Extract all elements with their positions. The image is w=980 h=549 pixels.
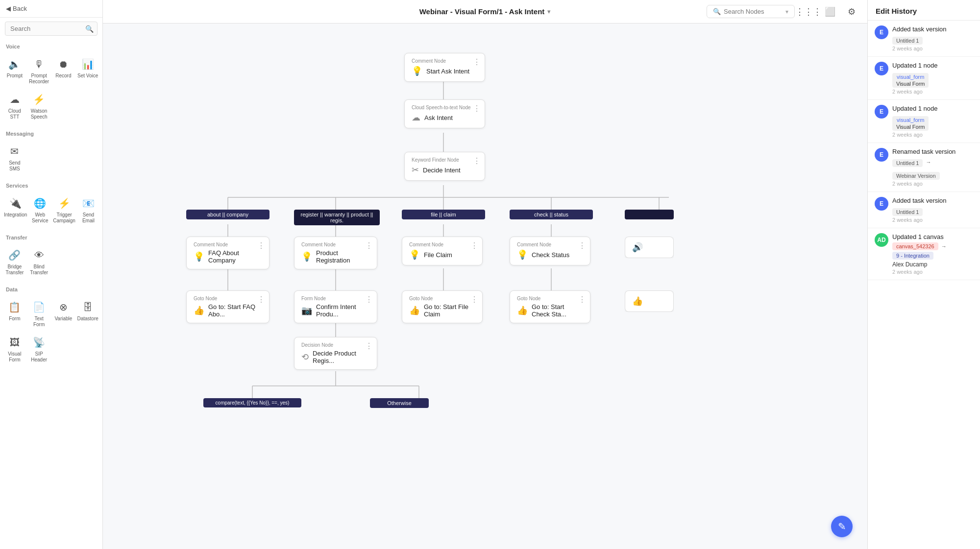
goto-file-claim-node[interactable]: Goto Node 👍 Go to: Start File Claim ⋮ <box>402 290 483 323</box>
check-status-node[interactable]: Comment Node 💡 Check Status ⋮ <box>510 237 590 265</box>
topbar-search-icon: 🔍 <box>713 8 721 15</box>
history-tag-link[interactable]: visual_form <box>897 74 924 80</box>
history-panel: Edit History E Added task version Untitl… <box>867 0 980 549</box>
goto-file-claim-menu[interactable]: ⋮ <box>470 295 478 304</box>
extra-node-icon: 🔊 <box>632 242 643 253</box>
web-service-label: Web Service <box>30 212 50 224</box>
ask-intent-menu[interactable]: ⋮ <box>473 104 481 113</box>
goto-file-claim-icon: 👍 <box>409 305 420 316</box>
start-node[interactable]: Comment Node 💡 Start Ask Intent ⋮ <box>404 53 485 82</box>
check-status-menu[interactable]: ⋮ <box>578 241 586 250</box>
start-node-menu[interactable]: ⋮ <box>473 57 481 67</box>
sidebar-item-blind-transfer[interactable]: 👁 Blind Transfer <box>27 244 51 279</box>
history-item-4: E Renamed task version Untitled 1 → Webi… <box>868 143 980 192</box>
sidebar-item-send-sms[interactable]: ✉ Send SMS <box>3 141 26 175</box>
sidebar-item-integration[interactable]: 🔌 Integration <box>3 192 28 227</box>
float-action-button[interactable]: ✎ <box>831 516 853 537</box>
goto-check-sta-menu[interactable]: ⋮ <box>578 295 586 304</box>
file-claim-type: Comment Node <box>409 242 475 247</box>
goto-faq-menu[interactable]: ⋮ <box>257 295 265 304</box>
apps-icon[interactable]: ⋮⋮⋮ <box>801 4 816 20</box>
sidebar-item-prompt-recorder[interactable]: 🎙 Prompt Recorder <box>27 53 51 88</box>
history-meta-2: Updated 1 node visual_form Visual Form 2… <box>892 62 973 95</box>
sidebar-item-prompt[interactable]: 🔈 Prompt <box>3 53 26 88</box>
confirm-intent-menu[interactable]: ⋮ <box>365 295 373 304</box>
sidebar-search-input[interactable] <box>5 22 98 36</box>
extra-goto-node[interactable]: 👍 <box>625 290 674 312</box>
send-sms-label: Send SMS <box>4 160 25 172</box>
sidebar-item-set-voice[interactable]: 📊 Set Voice <box>76 53 99 88</box>
sidebar-item-watson-speech[interactable]: ⚡ Watson Speech <box>27 89 51 123</box>
confirm-intent-node[interactable]: Form Node 📷 Confirm Intent Produ... ⋮ <box>294 290 377 323</box>
faq-company-node[interactable]: Comment Node 💡 FAQ About Company ⋮ <box>186 237 270 269</box>
settings-icon[interactable]: ⚙ <box>844 4 859 20</box>
history-tag-link-3[interactable]: visual_form <box>897 117 924 123</box>
goto-check-sta-node[interactable]: Goto Node 👍 Go to: Start Check Sta... ⋮ <box>510 290 590 323</box>
sidebar-item-cloud-stt[interactable]: ☁ Cloud STT <box>3 89 26 123</box>
extra-node[interactable]: 🔊 <box>625 237 674 258</box>
faq-company-name: FAQ About Company <box>208 249 262 264</box>
sidebar-header: ◀ Back <box>0 0 102 18</box>
branch-label-about: about || company <box>186 210 270 219</box>
start-node-name: Start Ask Intent <box>426 68 469 75</box>
sidebar-item-text-form[interactable]: 📄 Text Form <box>27 296 51 331</box>
sidebar-item-variable[interactable]: ⊗ Variable <box>52 296 75 331</box>
history-meta-1: Added task version Untitled 1 2 weeks ag… <box>892 25 973 51</box>
blind-transfer-label: Blind Transfer <box>28 264 50 276</box>
decide-intent-menu[interactable]: ⋮ <box>473 156 481 166</box>
search-icon: 🔍 <box>85 25 94 33</box>
sidebar-item-visual-form[interactable]: 🖼 Visual Form <box>3 332 26 366</box>
decide-reg-menu[interactable]: ⋮ <box>365 341 373 351</box>
float-btn-icon: ✎ <box>838 521 846 532</box>
history-tag-2: visual_form Visual Form <box>892 73 929 88</box>
goto-faq-node[interactable]: Goto Node 👍 Go to: Start FAQ Abo... ⋮ <box>186 290 270 323</box>
sidebar-item-record[interactable]: ⏺ Record <box>52 53 75 88</box>
history-tag-sub-3: Visual Form <box>896 124 925 130</box>
back-label: Back <box>13 5 27 12</box>
sidebar-item-send-email[interactable]: 📧 Send Email <box>77 192 99 227</box>
back-button[interactable]: ◀ Back <box>6 5 27 12</box>
sidebar-item-sip-header[interactable]: 📡 SIP Header <box>27 332 51 366</box>
file-claim-node[interactable]: Comment Node 💡 File Claim ⋮ <box>402 237 483 265</box>
topbar-chevron[interactable]: ▾ <box>547 8 551 15</box>
canvas[interactable]: Comment Node 💡 Start Ask Intent ⋮ Cloud … <box>103 24 867 549</box>
history-time-4: 2 weeks ago <box>892 181 973 187</box>
history-meta-5: Added task version Untitled 1 2 weeks ag… <box>892 197 973 223</box>
check-status-name: Check Status <box>532 251 569 259</box>
branch-label-empty <box>625 210 674 219</box>
product-reg-menu[interactable]: ⋮ <box>365 241 373 250</box>
watson-speech-icon: ⚡ <box>31 92 47 107</box>
condition-label-otherwise: Otherwise <box>370 398 429 408</box>
decide-reg-node[interactable]: Decision Node ⟲ Decide Product Regis... … <box>294 337 377 370</box>
product-reg-node[interactable]: Comment Node 💡 Product Registration ⋮ <box>294 237 377 269</box>
history-canvas-num: 9 - Integration <box>892 252 933 260</box>
sidebar-item-bridge-transfer[interactable]: 🔗 Bridge Transfer <box>3 244 26 279</box>
layout-icon[interactable]: ⬜ <box>822 4 838 20</box>
goto-check-sta-type: Goto Node <box>517 296 583 301</box>
set-voice-icon: 📊 <box>80 56 96 72</box>
cloud-stt-icon: ☁ <box>7 92 23 107</box>
faq-company-menu[interactable]: ⋮ <box>257 241 265 250</box>
sidebar-item-web-service[interactable]: 🌐 Web Service <box>29 192 51 227</box>
sidebar-item-form[interactable]: 📋 Form <box>3 296 26 331</box>
services-section-title: Services <box>0 179 102 191</box>
decide-intent-node[interactable]: Keyword Finder Node ✂ Decide Intent ⋮ <box>404 152 485 181</box>
datastore-icon: 🗄 <box>80 299 96 315</box>
send-email-icon: 📧 <box>80 195 96 211</box>
file-claim-name: File Claim <box>424 251 452 259</box>
goto-file-claim-type: Goto Node <box>409 296 475 301</box>
sidebar-item-datastore[interactable]: 🗄 Datastore <box>76 296 99 331</box>
topbar-search-container: 🔍 ▾ <box>707 5 795 18</box>
history-action-6: Updated 1 canvas <box>892 233 973 240</box>
confirm-intent-type: Form Node <box>301 296 370 301</box>
send-email-label: Send Email <box>78 212 98 224</box>
file-claim-menu[interactable]: ⋮ <box>470 241 478 250</box>
trigger-campaign-label: Trigger Campaign <box>53 212 75 224</box>
transfer-grid: 🔗 Bridge Transfer 👁 Blind Transfer <box>0 242 102 283</box>
topbar-search-input[interactable] <box>724 8 783 15</box>
ask-intent-node[interactable]: Cloud Speech-to-text Node ☁ Ask Intent ⋮ <box>404 99 485 128</box>
history-time-6: 2 weeks ago <box>892 269 973 275</box>
sidebar-item-trigger-campaign[interactable]: ⚡ Trigger Campaign <box>52 192 76 227</box>
integration-icon: 🔌 <box>8 195 24 211</box>
history-meta-6: Updated 1 canvas canvas_542326 → 9 - Int… <box>892 233 973 275</box>
